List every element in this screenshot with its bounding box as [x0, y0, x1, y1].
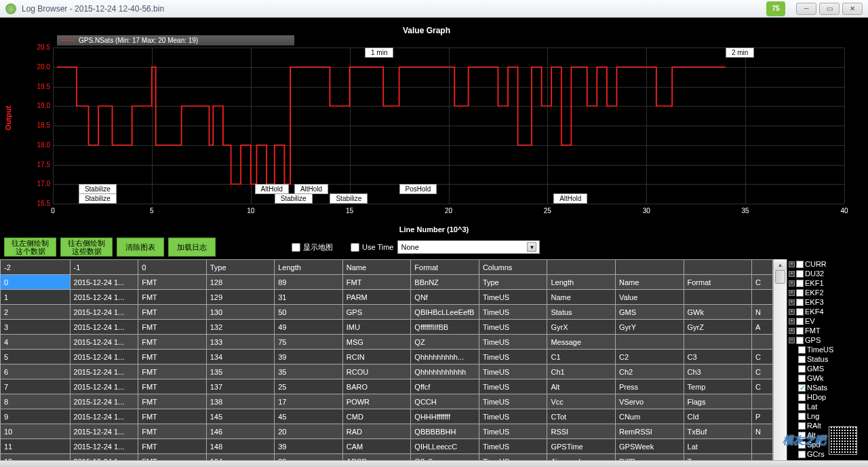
close-button[interactable]: ✕ — [842, 3, 863, 15]
tree-checkbox[interactable] — [796, 337, 804, 344]
column-header[interactable]: Length — [275, 260, 343, 275]
table-row[interactable]: 92015-12-24 1...FMT14545CMDQHHHfffffffTi… — [1, 409, 773, 424]
x-tick: 25 — [544, 207, 551, 214]
table-row[interactable]: 52015-12-24 1...FMT13439RCINQhhhhhhhhh..… — [1, 350, 773, 365]
column-header[interactable] — [684, 260, 752, 275]
tree-node[interactable]: +EKF4 — [787, 307, 868, 316]
table-row[interactable]: 32015-12-24 1...FMT13249IMUQffffffIIfBBT… — [1, 320, 773, 335]
tree-checkbox[interactable] — [798, 365, 806, 373]
table-cell: GPSWeek — [615, 439, 684, 454]
show-map-checkbox[interactable]: 显示地图 — [292, 242, 333, 253]
tree-leaf[interactable]: Lat — [787, 402, 868, 411]
table-row[interactable]: 82015-12-24 1...FMT13817POWRQCCHTimeUSVc… — [1, 394, 773, 409]
table-cell: FMT — [138, 275, 207, 290]
tree-node[interactable]: +DU32 — [787, 269, 868, 278]
tree-leaf[interactable]: TimeUS — [787, 345, 868, 354]
table-cell: 2015-12-24 1... — [70, 305, 138, 320]
tree-checkbox[interactable] — [796, 280, 804, 287]
column-header[interactable] — [615, 260, 684, 275]
column-header[interactable] — [547, 260, 616, 275]
x-tick: 35 — [742, 207, 749, 214]
column-header[interactable]: -2 — [1, 260, 71, 275]
time-combo[interactable]: None ▼ — [397, 240, 540, 254]
tree-checkbox[interactable] — [796, 270, 804, 278]
column-header[interactable]: -1 — [70, 260, 138, 275]
draw-right-button[interactable]: 往右侧绘制这些数据 — [60, 238, 113, 257]
tree-checkbox[interactable] — [796, 261, 804, 268]
scroll-thumb[interactable] — [775, 270, 785, 284]
expand-icon[interactable]: + — [789, 271, 795, 277]
tree-checkbox[interactable] — [796, 327, 804, 335]
table-cell: 146 — [206, 424, 275, 439]
table-cell: RCOU — [342, 365, 411, 379]
table-cell: FMT — [138, 394, 207, 409]
table-row[interactable]: 62015-12-24 1...FMT13535RCOUQhhhhhhhhhhh… — [1, 365, 773, 379]
expand-icon[interactable]: + — [789, 318, 795, 324]
data-grid[interactable]: -2-10TypeLengthNameFormatColumns 02015-1… — [0, 259, 773, 467]
column-header[interactable]: Columns — [479, 260, 547, 275]
table-cell: 0 — [1, 275, 71, 290]
tree-checkbox[interactable] — [796, 289, 804, 297]
tree-leaf[interactable]: Status — [787, 354, 868, 364]
tree-leaf[interactable]: GWk — [787, 373, 868, 383]
expand-icon[interactable]: + — [789, 299, 795, 305]
mode-label: AltHold — [553, 193, 587, 204]
tree-leaf[interactable]: NSats — [787, 383, 868, 392]
chart-plot[interactable]: 16.517.017.518.018.519.019.520.020.50510… — [53, 48, 844, 204]
column-header[interactable]: Format — [411, 260, 479, 275]
expand-icon[interactable]: + — [789, 261, 795, 267]
tree-checkbox[interactable] — [796, 318, 804, 325]
tree-node[interactable]: +CURR — [787, 259, 868, 269]
expand-icon[interactable]: + — [789, 280, 795, 286]
tree-checkbox[interactable] — [798, 346, 806, 354]
column-header[interactable]: Type — [206, 260, 275, 275]
table-row[interactable]: 112015-12-24 1...FMT14839CAMQIHLLeeccCTi… — [1, 439, 773, 454]
draw-left-button[interactable]: 往左侧绘制这个数据 — [4, 238, 56, 257]
tree-node[interactable]: +FMT — [787, 326, 868, 335]
use-time-checkbox[interactable]: Use Time — [351, 243, 393, 252]
expand-icon[interactable]: + — [789, 328, 795, 334]
table-row[interactable]: 22015-12-24 1...FMT13050GPSQBIHBcLLeeEef… — [1, 305, 773, 320]
clear-chart-button[interactable]: 清除图表 — [117, 238, 164, 257]
expand-icon[interactable]: + — [789, 309, 795, 315]
table-cell: C3 — [684, 350, 752, 365]
tree-node[interactable]: +EKF3 — [787, 297, 868, 307]
tree-checkbox[interactable] — [796, 299, 804, 306]
column-header[interactable]: Name — [342, 260, 411, 275]
tree-node-gps[interactable]: −GPS — [787, 335, 868, 345]
tree-checkbox[interactable] — [798, 394, 806, 401]
column-header[interactable] — [752, 260, 773, 275]
table-cell: 137 — [206, 379, 275, 394]
tree-leaf[interactable]: HDop — [787, 392, 868, 402]
tree-checkbox[interactable] — [798, 403, 806, 411]
tree-checkbox[interactable] — [798, 384, 806, 392]
table-cell: TimeUS — [479, 290, 547, 305]
tree-checkbox[interactable] — [796, 308, 804, 316]
table-cell — [615, 335, 684, 350]
tree-leaf[interactable]: Lng — [787, 411, 868, 421]
tree-leaf[interactable]: GMS — [787, 364, 868, 373]
minimize-button[interactable]: ─ — [796, 3, 816, 15]
scroll-up-arrow[interactable]: ▲ — [774, 259, 787, 270]
load-log-button[interactable]: 加载日志 — [168, 238, 216, 257]
tree-checkbox[interactable] — [798, 356, 806, 363]
tree-checkbox[interactable] — [798, 375, 806, 382]
table-row[interactable]: 42015-12-24 1...FMT13375MSGQZTimeUSMessa… — [1, 335, 773, 350]
collapse-icon[interactable]: − — [789, 337, 795, 343]
table-cell: CNum — [615, 409, 684, 424]
tree-checkbox[interactable] — [798, 413, 806, 420]
table-row[interactable]: 102015-12-24 1...FMT14620RADQBBBBBHHTime… — [1, 424, 773, 439]
maximize-button[interactable]: ▭ — [819, 3, 840, 15]
table-row[interactable]: 72015-12-24 1...FMT13725BAROQffcfTimeUSA… — [1, 379, 773, 394]
tree-node[interactable]: +EV — [787, 316, 868, 326]
table-cell: 2015-12-24 1... — [70, 394, 138, 409]
tree-node[interactable]: +EKF2 — [787, 288, 868, 297]
column-header[interactable]: 0 — [138, 260, 207, 275]
chart-legend[interactable]: GPS.NSats (Min: 17 Max: 20 Mean: 19) — [57, 35, 294, 45]
table-cell: CTot — [547, 409, 616, 424]
table-cell: BARO — [342, 379, 411, 394]
table-row[interactable]: 12015-12-24 1...FMT12931PARMQNfTimeUSNam… — [1, 290, 773, 305]
expand-icon[interactable]: + — [789, 290, 795, 296]
table-row[interactable]: 02015-12-24 1...FMT12889FMTBBnNZTypeLeng… — [1, 275, 773, 290]
tree-node[interactable]: +EKF1 — [787, 278, 868, 288]
